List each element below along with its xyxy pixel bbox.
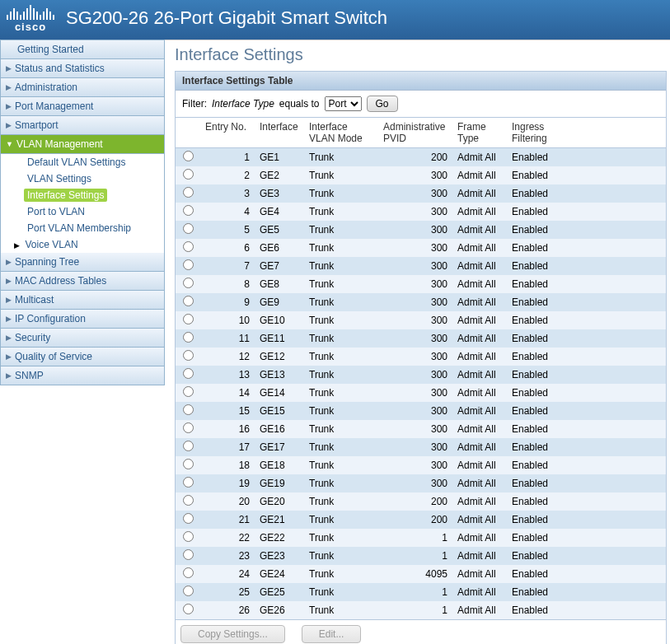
col-select [176,118,200,148]
cell-pvid: 1 [378,529,452,547]
row-radio[interactable] [183,205,194,216]
sidebar-item-label: Quality of Service [15,351,92,362]
row-radio[interactable] [183,422,194,433]
edit-button[interactable]: Edit... [302,625,362,643]
table-row: 16GE16Trunk300Admit AllEnabled [176,420,666,438]
sidebar-item-quality-of-service[interactable]: ▶Quality of Service [0,348,165,366]
sidebar-item-spanning-tree[interactable]: ▶Spanning Tree [0,253,165,272]
sidebar-item-label: Status and Statistics [15,63,105,74]
cell-entry: 17 [200,438,255,456]
row-radio[interactable] [183,296,194,306]
row-radio[interactable] [183,459,194,469]
sidebar-item-administration[interactable]: ▶Administration [0,78,165,97]
cell-pvid: 300 [378,420,452,438]
cell-ingress: Enabled [507,384,561,402]
sidebar-item-multicast[interactable]: ▶Multicast [0,291,165,310]
row-radio[interactable] [183,549,194,560]
cell-frame: Admit All [452,203,507,221]
row-radio[interactable] [183,332,194,343]
sidebar-item-vlan-management[interactable]: ▼VLAN Management [0,135,165,154]
row-radio[interactable] [183,350,194,361]
row-radio[interactable] [183,441,194,451]
table-row: 11GE11Trunk300Admit AllEnabled [176,329,666,348]
row-radio[interactable] [183,495,194,506]
row-radio[interactable] [183,531,194,542]
row-radio[interactable] [183,278,194,288]
cisco-bars-icon [7,3,54,20]
row-radio[interactable] [183,259,194,270]
sidebar-item-snmp[interactable]: ▶SNMP [0,366,165,385]
row-radio[interactable] [183,169,194,180]
interface-table: Entry No. Interface InterfaceVLAN Mode A… [176,118,666,619]
sidebar-subitem-port-to-vlan[interactable]: Port to VLAN [24,205,88,218]
sidebar-item-status-and-statistics[interactable]: ▶Status and Statistics [0,59,165,78]
content-area: Interface Settings Interface Settings Ta… [165,40,670,644]
cell-interface: GE19 [255,474,304,492]
sidebar-item-port-management[interactable]: ▶Port Management [0,97,165,116]
sidebar-item-label: Port Management [15,100,93,112]
cisco-logo: cisco [7,3,54,33]
cell-pvid: 200 [378,492,452,511]
row-radio[interactable] [183,604,194,614]
table-row: 26GE26Trunk1Admit AllEnabled [176,601,666,619]
filter-field: Interface Type [212,98,274,110]
cell-pvid: 300 [378,166,452,184]
col-frame: FrameType [452,118,507,148]
sidebar-subitem-default-vlan-settings[interactable]: Default VLAN Settings [24,156,129,169]
table-row: 20GE20Trunk200Admit AllEnabled [176,492,666,511]
sidebar-item-getting-started[interactable]: Getting Started [0,40,165,59]
cell-ingress: Enabled [507,456,561,474]
cell-entry: 26 [200,601,255,619]
cell-pvid: 300 [378,257,452,275]
sidebar-item-label: Spanning Tree [15,256,79,268]
cell-pvid: 300 [378,329,452,348]
sidebar-subitem-vlan-settings[interactable]: VLAN Settings [24,172,95,185]
row-radio[interactable] [183,368,194,379]
row-radio[interactable] [183,187,194,198]
row-radio[interactable] [183,241,194,252]
sidebar-item-mac-address-tables[interactable]: ▶MAC Address Tables [0,272,165,291]
cell-interface: GE17 [255,438,304,456]
row-radio[interactable] [183,404,194,415]
app-header: cisco SG200-26 26-Port Gigabit Smart Swi… [0,0,670,40]
sidebar-subitem-interface-settings[interactable]: Interface Settings [24,189,107,202]
cell-pvid: 300 [378,438,452,456]
sidebar-subitem-voice-vlan[interactable]: Voice VLAN [22,238,82,251]
table-row: 21GE21Trunk200Admit AllEnabled [176,511,666,529]
interface-type-select[interactable]: Port [325,96,362,111]
table-row: 14GE14Trunk300Admit AllEnabled [176,384,666,402]
cell-frame: Admit All [452,565,507,583]
sidebar-item-security[interactable]: ▶Security [0,329,165,348]
row-radio[interactable] [183,567,194,578]
sidebar-item-smartport[interactable]: ▶Smartport [0,116,165,135]
cell-interface: GE9 [255,293,304,311]
copy-settings-button[interactable]: Copy Settings... [180,625,285,643]
row-radio[interactable] [183,386,194,397]
cell-pvid: 300 [378,384,452,402]
arrow-right-icon: ▶ [14,241,22,250]
sidebar-item-ip-configuration[interactable]: ▶IP Configuration [0,310,165,329]
cell-ingress: Enabled [507,529,561,547]
cell-entry: 6 [200,239,255,257]
sidebar-item-label: Security [15,332,50,343]
row-radio[interactable] [183,586,194,596]
arrow-right-icon: ▶ [6,315,12,323]
cisco-text: cisco [15,21,46,33]
go-button[interactable]: Go [367,96,398,112]
cell-mode: Trunk [304,293,378,311]
cell-entry: 19 [200,474,255,492]
cell-ingress: Enabled [507,366,561,384]
cell-pvid: 300 [378,275,452,293]
row-radio[interactable] [183,513,194,524]
row-radio[interactable] [183,151,194,161]
sidebar-subitem-port-vlan-membership[interactable]: Port VLAN Membership [24,222,134,235]
cell-ingress: Enabled [507,203,561,221]
cell-pvid: 300 [378,402,452,420]
cell-interface: GE15 [255,402,304,420]
sidebar-item-label: Getting Started [17,44,84,55]
cell-interface: GE1 [255,148,304,167]
row-radio[interactable] [183,477,194,488]
row-radio[interactable] [183,314,194,324]
row-radio[interactable] [183,223,194,234]
cell-interface: GE7 [255,257,304,275]
